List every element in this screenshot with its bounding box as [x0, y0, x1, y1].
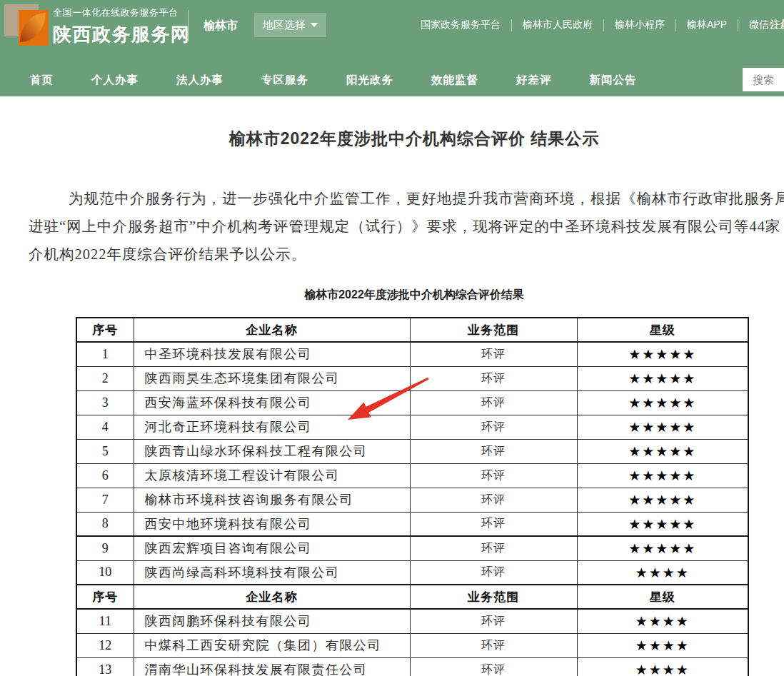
- table-row: 7榆林市环境科技咨询服务有限公司环评★★★★★: [76, 488, 748, 512]
- nav-items: 首页个人办事法人办事专区服务阳光政务效能监督好差评新闻公告: [30, 64, 637, 96]
- column-header: 序号: [76, 318, 134, 342]
- cell-no: 5: [76, 439, 134, 463]
- cell-no: 13: [76, 657, 134, 676]
- cell-stars: ★★★★★: [577, 536, 748, 560]
- paragraph-line: 为规范中介服务行为，进一步强化中介监管工作，更好地提升我市营商环境，根据《榆林市…: [29, 185, 784, 213]
- table-row: 12中煤科工西安研究院（集团）有限公司环评★★★★: [76, 633, 748, 657]
- region-select-label: 地区选择: [263, 19, 306, 32]
- site-titles: 全国一体化在线政务服务平台 陕西政务服务网: [53, 6, 191, 47]
- cell-name: 陕西尚绿高科环境科技有限公司: [134, 560, 410, 585]
- cell-name: 陕西宏辉项目咨询有限公司: [134, 536, 410, 560]
- cell-scope: 环评: [410, 463, 577, 488]
- cell-no: 6: [76, 463, 134, 488]
- cell-scope: 环评: [410, 560, 577, 585]
- table-row: 5陕西青山绿水环保科技工程有限公司环评★★★★★: [76, 439, 748, 463]
- cell-no: 2: [76, 366, 134, 390]
- nav-item[interactable]: 个人办事: [91, 73, 139, 88]
- cell-scope: 环评: [410, 488, 577, 512]
- table-row: 11陕西阔鹏环保科技有限公司环评★★★★: [76, 609, 748, 633]
- cell-no: 1: [76, 342, 134, 366]
- table-row: 13渭南华山环保科技发展有限责任公司环评★★★★: [76, 657, 748, 676]
- cell-stars: ★★★★★: [577, 390, 748, 415]
- cell-scope: 环评: [410, 366, 577, 390]
- cell-name: 中圣环境科技发展有限公司: [134, 342, 410, 366]
- cell-stars: ★★★★: [577, 609, 748, 633]
- nav-item[interactable]: 新闻公告: [590, 73, 637, 88]
- cell-stars: ★★★★★: [577, 439, 748, 463]
- column-header: 序号: [76, 585, 134, 609]
- cell-scope: 环评: [410, 390, 577, 415]
- cell-no: 7: [76, 488, 134, 512]
- nav-item[interactable]: 专区服务: [261, 73, 308, 88]
- column-header: 企业名称: [134, 318, 410, 342]
- region-select-button[interactable]: 地区选择: [254, 13, 326, 37]
- cell-scope: 环评: [410, 609, 577, 633]
- header-divider: [188, 10, 189, 41]
- cell-stars: ★★★★★: [577, 366, 748, 390]
- cell-name: 西安海蓝环保科技有限公司: [134, 390, 410, 415]
- nav-item[interactable]: 效能监督: [431, 73, 478, 88]
- site-name: 陕西政务服务网: [53, 22, 191, 47]
- table-row: 9陕西宏辉项目咨询有限公司环评★★★★★: [76, 536, 748, 560]
- table-row: 1中圣环境科技发展有限公司环评★★★★★: [76, 342, 748, 366]
- paragraph-line: 介机构2022年度综合评价结果予以公示。: [29, 241, 784, 268]
- cell-no: 8: [76, 512, 134, 536]
- cell-no: 12: [76, 633, 134, 657]
- table-row: 2陕西雨昊生态环境集团有限公司环评★★★★★: [76, 366, 748, 390]
- cell-name: 榆林市环境科技咨询服务有限公司: [134, 488, 410, 512]
- cell-name: 陕西阔鹏环保科技有限公司: [134, 609, 410, 633]
- cell-no: 10: [76, 560, 134, 585]
- cell-stars: ★★★★★: [577, 512, 748, 536]
- column-header: 星级: [577, 318, 748, 342]
- page-title: 榆林市2022年度涉批中介机构综合评价 结果公示: [0, 128, 784, 150]
- nav-item[interactable]: 阳光政务: [346, 73, 393, 88]
- header-link[interactable]: 榆林小程序: [604, 19, 675, 31]
- table-row: 3西安海蓝环保科技有限公司环评★★★★★: [76, 390, 748, 415]
- cell-name: 陕西雨昊生态环境集团有限公司: [134, 366, 410, 390]
- header-link[interactable]: 榆林市人民政府: [512, 19, 603, 31]
- cell-name: 太原核清环境工程设计有限公司: [134, 463, 410, 488]
- column-header: 企业名称: [134, 585, 410, 609]
- register-link[interactable]: 注册: [770, 18, 784, 31]
- table-header-row: 序号企业名称业务范围星级: [76, 585, 748, 609]
- column-header: 业务范围: [410, 585, 577, 609]
- cell-name: 渭南华山环保科技发展有限责任公司: [134, 657, 410, 676]
- site-header: 全国一体化在线政务服务平台 陕西政务服务网 榆林市 地区选择 国家政务服务平台榆…: [0, 0, 784, 96]
- cell-no: 3: [76, 390, 134, 415]
- cell-stars: ★★★★★: [577, 488, 748, 512]
- cell-scope: 环评: [410, 633, 577, 657]
- cell-stars: ★★★★★: [577, 463, 748, 488]
- cell-stars: ★★★★: [577, 560, 748, 585]
- header-link[interactable]: 国家政务服务平台: [410, 19, 511, 31]
- evaluation-results-table: 序号企业名称业务范围星级1中圣环境科技发展有限公司环评★★★★★2陕西雨昊生态环…: [76, 317, 749, 676]
- logo-orange-square: [19, 10, 49, 46]
- cell-stars: ★★★★★: [577, 415, 748, 439]
- main-nav: 首页个人办事法人办事专区服务阳光政务效能监督好差评新闻公告: [0, 64, 784, 96]
- table-header-row: 序号企业名称业务范围星级: [76, 318, 748, 342]
- cell-name: 西安中地环境科技有限公司: [134, 512, 410, 536]
- nav-item[interactable]: 好差评: [516, 73, 552, 88]
- cell-scope: 环评: [410, 512, 577, 536]
- cell-scope: 环评: [410, 342, 577, 366]
- cell-no: 9: [76, 536, 134, 560]
- platform-tagline: 全国一体化在线政务服务平台: [53, 6, 191, 19]
- cell-stars: ★★★★★: [577, 342, 748, 366]
- table-row: 6太原核清环境工程设计有限公司环评★★★★★: [76, 463, 748, 488]
- header-links: 国家政务服务平台榆林市人民政府榆林小程序榆林APP微信公众号: [410, 19, 784, 31]
- announcement-paragraph: 为规范中介服务行为，进一步强化中介监管工作，更好地提升我市营商环境，根据《榆林市…: [0, 185, 784, 268]
- nav-item[interactable]: 法人办事: [176, 73, 223, 88]
- column-header: 星级: [577, 585, 748, 609]
- nav-item[interactable]: 首页: [30, 73, 54, 88]
- header-link[interactable]: 榆林APP: [676, 19, 738, 31]
- logo-leaf-icon: [20, 13, 46, 42]
- cell-stars: ★★★★: [577, 633, 748, 657]
- paragraph-line: 进驻“网上中介服务超市”中介机构考评管理规定（试行）》要求，现将评定的中圣环境科…: [29, 213, 784, 241]
- cell-name: 中煤科工西安研究院（集团）有限公司: [134, 633, 410, 657]
- table-row: 10陕西尚绿高科环境科技有限公司环评★★★★: [76, 560, 748, 585]
- cell-name: 陕西青山绿水环保科技工程有限公司: [134, 439, 410, 463]
- search-input[interactable]: [743, 68, 784, 91]
- site-logo-icon: [4, 3, 47, 47]
- cell-scope: 环评: [410, 439, 577, 463]
- announcement-page: 榆林市2022年度涉批中介机构综合评价 结果公示 为规范中介服务行为，进一步强化…: [0, 128, 784, 676]
- cell-name: 河北奇正环境科技有限公司: [134, 415, 410, 439]
